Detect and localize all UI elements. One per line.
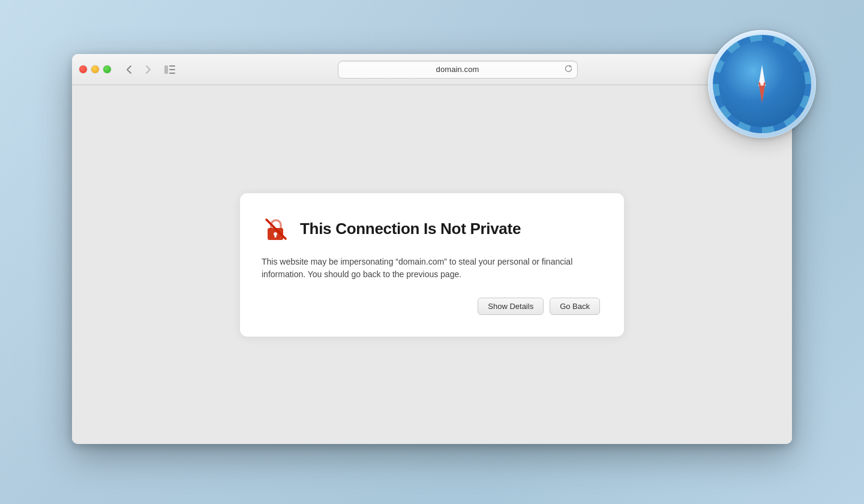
close-button[interactable]	[79, 65, 87, 73]
svg-point-2	[760, 82, 764, 86]
svg-rect-6	[169, 73, 175, 74]
go-back-button[interactable]: Go Back	[550, 298, 600, 315]
address-bar[interactable]: domain.com	[338, 61, 578, 79]
error-card: This Connection Is Not Private This webs…	[240, 193, 624, 337]
maximize-button[interactable]	[103, 65, 111, 73]
address-bar-wrapper: domain.com	[183, 61, 732, 79]
compass-svg	[738, 60, 786, 108]
error-description: This website may be impersonating “domai…	[262, 256, 600, 281]
back-button[interactable]	[121, 61, 137, 78]
svg-rect-9	[275, 235, 277, 238]
error-actions: Show Details Go Back	[262, 298, 600, 315]
url-text: domain.com	[436, 65, 479, 74]
safari-app-icon	[708, 30, 816, 138]
sidebar-toggle-button[interactable]	[161, 61, 178, 78]
browser-content: This Connection Is Not Private This webs…	[72, 85, 792, 444]
error-header: This Connection Is Not Private	[262, 215, 600, 244]
svg-rect-3	[164, 65, 168, 74]
svg-rect-5	[169, 69, 175, 70]
browser-window: domain.com	[72, 54, 792, 444]
forward-button[interactable]	[140, 61, 157, 78]
reload-button[interactable]	[565, 65, 572, 74]
nav-buttons	[121, 61, 157, 78]
svg-rect-4	[169, 65, 175, 67]
traffic-lights	[79, 65, 111, 73]
show-details-button[interactable]: Show Details	[478, 298, 544, 315]
browser-toolbar: domain.com	[72, 54, 792, 85]
minimize-button[interactable]	[91, 65, 99, 73]
security-warning-icon	[262, 215, 290, 244]
error-title: This Connection Is Not Private	[300, 220, 521, 238]
